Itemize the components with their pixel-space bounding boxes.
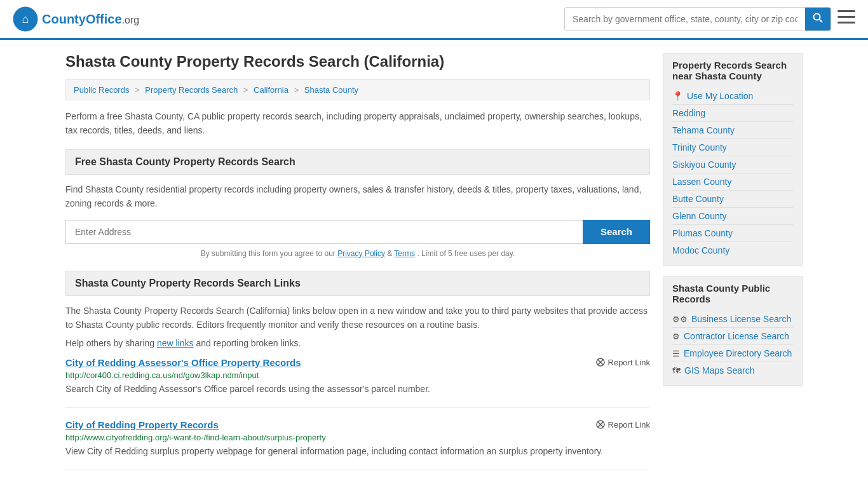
report-icon xyxy=(595,419,606,430)
header: ⌂ CountyOffice.org xyxy=(0,0,868,40)
nearby-item-butte[interactable]: Butte County xyxy=(672,191,793,208)
header-search-container xyxy=(564,7,831,31)
form-disclaimer: By submitting this form you agree to our… xyxy=(65,249,650,258)
nearby-item-trinity[interactable]: Trinity County xyxy=(672,139,793,156)
svg-point-2 xyxy=(814,14,820,20)
free-search-description: Find Shasta County residential property … xyxy=(65,182,650,211)
nearby-item-redding[interactable]: Redding xyxy=(672,105,793,122)
header-search-button[interactable] xyxy=(805,8,831,30)
logo-icon: ⌂ xyxy=(13,6,38,32)
new-links-link[interactable]: new links xyxy=(157,338,194,348)
svg-rect-6 xyxy=(837,22,855,24)
terms-link[interactable]: Terms xyxy=(394,249,415,258)
address-search-form: Search xyxy=(65,220,650,244)
search-icon xyxy=(813,13,823,23)
content-area: Shasta County Property Records Search (C… xyxy=(65,53,650,483)
breadcrumb-public-records[interactable]: Public Records xyxy=(74,85,129,95)
public-records-item-business-license[interactable]: ⚙⚙ Business License Search xyxy=(672,311,793,328)
location-pin-icon: 📍 xyxy=(672,91,683,101)
report-link-button[interactable]: Report Link xyxy=(595,357,650,367)
address-input[interactable] xyxy=(65,220,583,244)
privacy-policy-link[interactable]: Privacy Policy xyxy=(337,249,385,258)
breadcrumb-property-records-search[interactable]: Property Records Search xyxy=(145,85,238,95)
nearby-section: Property Records Search near Shasta Coun… xyxy=(663,53,803,266)
page-description: Perform a free Shasta County, CA public … xyxy=(65,109,650,138)
sidebar: Property Records Search near Shasta Coun… xyxy=(663,53,803,483)
hamburger-menu-icon[interactable] xyxy=(837,10,855,28)
nearby-item-plumas[interactable]: Plumas County xyxy=(672,225,793,242)
map-icon: 🗺 xyxy=(672,366,681,376)
breadcrumb-shasta-county[interactable]: Shasta County xyxy=(304,85,358,95)
new-links-text: Help others by sharing new links and rep… xyxy=(65,338,650,348)
free-search-section: Free Shasta County Property Records Sear… xyxy=(65,149,650,258)
logo-area: ⌂ CountyOffice.org xyxy=(13,6,139,32)
header-search-input[interactable] xyxy=(565,9,805,29)
logo-text: CountyOffice.org xyxy=(42,12,139,27)
link-item: City of Redding Assessor's Office Proper… xyxy=(65,357,650,408)
svg-rect-5 xyxy=(837,16,855,18)
search-button[interactable]: Search xyxy=(583,220,650,244)
nearby-item-siskiyou[interactable]: Siskiyou County xyxy=(672,156,793,173)
nearby-item-glenn[interactable]: Glenn County xyxy=(672,208,793,225)
svg-rect-4 xyxy=(837,10,855,12)
svg-line-3 xyxy=(820,20,823,23)
header-right xyxy=(564,7,855,31)
use-my-location-item[interactable]: 📍 Use My Location xyxy=(672,88,793,105)
public-records-item-employee-directory[interactable]: ☰ Employee Directory Search xyxy=(672,345,793,362)
link-item-url[interactable]: http://www.cityofredding.org/i-want-to-/… xyxy=(65,433,650,442)
public-records-section: Shasta County Public Records ⚙⚙ Business… xyxy=(663,276,803,386)
link-item-description: View City of Redding surplus property we… xyxy=(65,445,650,458)
page-title: Shasta County Property Records Search (C… xyxy=(65,53,650,71)
gear-icon: ⚙⚙ xyxy=(672,315,688,324)
nearby-item-modoc[interactable]: Modoc County xyxy=(672,242,793,259)
public-records-item-contractor-license[interactable]: ⚙ Contractor License Search xyxy=(672,328,793,345)
link-item-url[interactable]: http://cor400.ci.redding.ca.us/nd/gow3lk… xyxy=(65,370,650,380)
gear-icon: ⚙ xyxy=(672,332,680,341)
search-links-heading: Shasta County Property Records Search Li… xyxy=(65,271,650,296)
public-records-item-gis-maps[interactable]: 🗺 GIS Maps Search xyxy=(672,362,793,379)
report-icon xyxy=(595,357,606,367)
link-item-title[interactable]: City of Redding Property Records xyxy=(65,419,219,430)
use-my-location-link[interactable]: Use My Location xyxy=(687,91,753,101)
nearby-item-tehama[interactable]: Tehama County xyxy=(672,122,793,139)
nearby-item-lassen[interactable]: Lassen County xyxy=(672,173,793,191)
breadcrumb-california[interactable]: California xyxy=(254,85,288,95)
link-item-title[interactable]: City of Redding Assessor's Office Proper… xyxy=(65,357,301,368)
free-search-heading: Free Shasta County Property Records Sear… xyxy=(65,149,650,175)
breadcrumb: Public Records > Property Records Search… xyxy=(65,79,650,100)
link-item-description: Search City of Redding Assessor's Office… xyxy=(65,383,650,396)
list-icon: ☰ xyxy=(672,349,680,358)
search-links-intro: The Shasta County Property Records Searc… xyxy=(65,304,650,332)
report-link-button[interactable]: Report Link xyxy=(595,419,650,430)
public-records-section-title: Shasta County Public Records xyxy=(672,283,793,304)
svg-text:⌂: ⌂ xyxy=(22,13,29,25)
nearby-section-title: Property Records Search near Shasta Coun… xyxy=(672,60,793,81)
link-item: City of Redding Property Records Report … xyxy=(65,419,650,470)
search-links-section: Shasta County Property Records Search Li… xyxy=(65,271,650,471)
main-container: Shasta County Property Records Search (C… xyxy=(53,40,815,488)
